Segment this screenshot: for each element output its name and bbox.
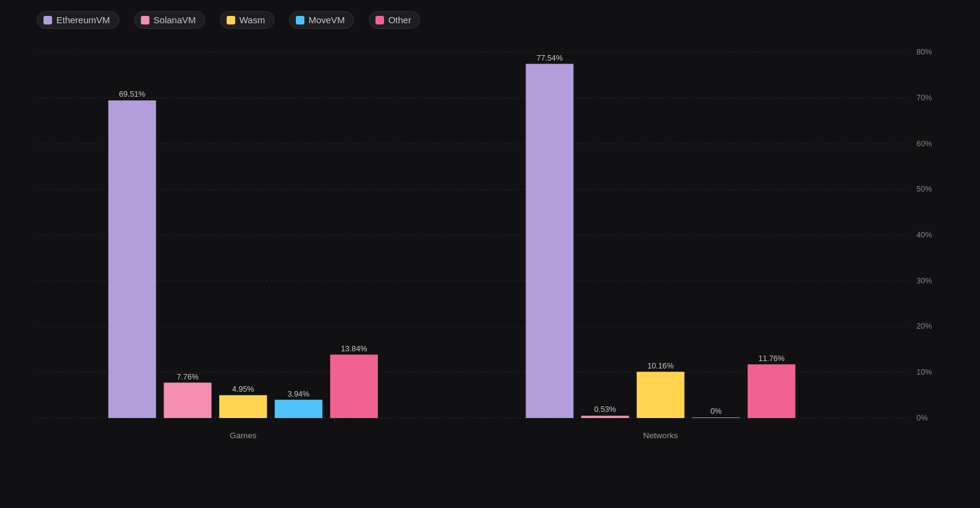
legend-item-ethereum-vm: EthereumVM — [37, 11, 119, 29]
legend-dot-ethereum-vm — [43, 16, 52, 24]
legend-dot-wasm — [227, 16, 235, 24]
svg-text:0%: 0% — [710, 407, 722, 416]
legend-dot-other — [375, 16, 384, 24]
legend: EthereumVMSolanaVMWasmMoveVMOther — [37, 11, 943, 29]
svg-text:0%: 0% — [916, 414, 927, 422]
svg-text:11.76%: 11.76% — [758, 354, 785, 363]
svg-text:10.16%: 10.16% — [647, 362, 674, 370]
bar-games-solana — [164, 383, 211, 418]
legend-label-move-vm: MoveVM — [309, 15, 345, 25]
legend-item-wasm: Wasm — [220, 11, 274, 29]
bar-networks-ethereum — [526, 64, 573, 418]
svg-text:30%: 30% — [916, 277, 932, 285]
legend-dot-solana-vm — [141, 16, 149, 24]
svg-text:Games: Games — [230, 431, 257, 440]
bar-networks-solana — [581, 416, 629, 418]
svg-text:20%: 20% — [916, 323, 932, 331]
svg-text:69.51%: 69.51% — [119, 91, 145, 99]
svg-text:4.95%: 4.95% — [232, 385, 254, 394]
chart-area: 80% 70% 60% 50% 40% 30% 20% 10% 0% 69.51… — [37, 41, 943, 452]
legend-item-move-vm: MoveVM — [289, 11, 354, 29]
svg-text:50%: 50% — [916, 185, 932, 194]
svg-text:13.84%: 13.84% — [341, 345, 368, 353]
svg-text:77.54%: 77.54% — [537, 54, 563, 62]
svg-text:70%: 70% — [916, 94, 932, 102]
svg-text:40%: 40% — [916, 231, 932, 239]
legend-label-wasm: Wasm — [239, 15, 265, 25]
legend-label-other: Other — [388, 15, 412, 25]
legend-label-ethereum-vm: EthereumVM — [56, 15, 110, 25]
legend-item-solana-vm: SolanaVM — [134, 11, 205, 29]
legend-dot-move-vm — [296, 16, 304, 24]
chart-container: EthereumVMSolanaVMWasmMoveVMOther 80% 70… — [0, 0, 980, 508]
svg-text:0.53%: 0.53% — [594, 405, 616, 414]
bar-games-ethereum — [108, 100, 156, 418]
bar-games-other — [330, 354, 378, 418]
bar-games-wasm — [219, 395, 267, 418]
svg-text:80%: 80% — [916, 48, 932, 57]
svg-text:10%: 10% — [916, 368, 932, 376]
bar-networks-wasm — [637, 372, 685, 418]
bar-chart: 80% 70% 60% 50% 40% 30% 20% 10% 0% 69.51… — [37, 41, 943, 452]
svg-text:3.94%: 3.94% — [288, 390, 310, 398]
svg-text:60%: 60% — [916, 140, 932, 148]
svg-text:7.76%: 7.76% — [176, 373, 198, 381]
svg-text:Networks: Networks — [643, 431, 678, 440]
bar-networks-movevm — [692, 417, 740, 418]
bar-networks-other — [748, 364, 796, 418]
bar-games-movevm — [275, 400, 323, 418]
legend-item-other: Other — [369, 11, 421, 29]
legend-label-solana-vm: SolanaVM — [154, 15, 196, 25]
